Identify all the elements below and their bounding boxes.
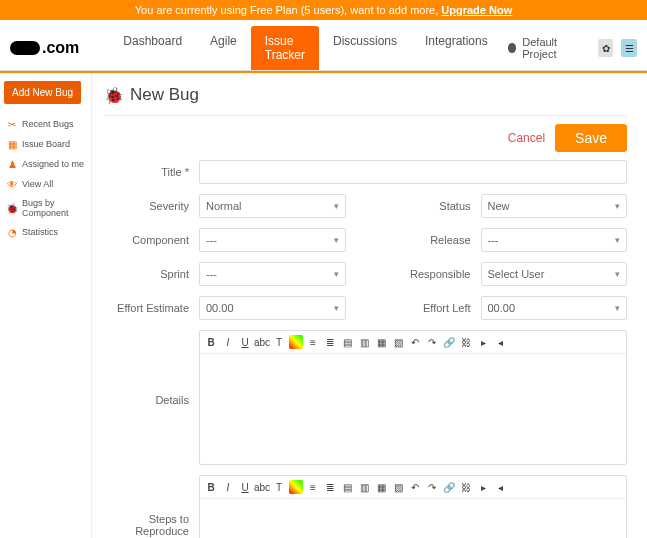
unlink-icon[interactable]: ⛓ [459, 335, 473, 349]
severity-label: Severity [104, 200, 199, 212]
bold-icon[interactable]: B [204, 335, 218, 349]
severity-value: Normal [206, 200, 241, 212]
nav-agile[interactable]: Agile [196, 26, 251, 70]
eye-icon: 👁 [6, 178, 18, 190]
underline-icon[interactable]: U [238, 480, 252, 494]
strike-icon[interactable]: abc [255, 335, 269, 349]
status-value: New [488, 200, 510, 212]
page-title: 🐞 New Bug [104, 85, 627, 105]
link-icon[interactable]: 🔗 [442, 335, 456, 349]
responsible-label: Responsible [386, 268, 481, 280]
responsible-select[interactable]: Select User [481, 262, 628, 286]
italic-icon[interactable]: I [221, 335, 235, 349]
sidebar-item-viewall[interactable]: 👁View All [4, 174, 87, 194]
steps-label: Steps to Reproduce [104, 509, 199, 537]
sidebar-label-board: Issue Board [22, 139, 70, 149]
bullet-list-icon[interactable]: ≡ [306, 335, 320, 349]
details-textarea[interactable] [200, 354, 626, 464]
bullet-list-icon[interactable]: ≡ [306, 480, 320, 494]
indent-icon[interactable]: ▸ [476, 335, 490, 349]
outdent-icon[interactable]: ◂ [493, 480, 507, 494]
release-label: Release [386, 234, 481, 246]
bgcolor-icon[interactable] [289, 480, 303, 494]
bgcolor-icon[interactable] [289, 335, 303, 349]
effort-left-value: 00.00 [488, 302, 516, 314]
align-center-icon[interactable]: ▥ [357, 480, 371, 494]
link-icon[interactable]: 🔗 [442, 480, 456, 494]
user-icon[interactable]: ☰ [621, 39, 637, 57]
bold-icon[interactable]: B [204, 480, 218, 494]
upgrade-link[interactable]: Upgrade Now [441, 4, 512, 16]
steps-editor: B I U abc T ≡ ≣ ▤ ▥ ▦ ▧ ↶ ↷ 🔗 [199, 475, 627, 538]
details-editor: B I U abc T ≡ ≣ ▤ ▥ ▦ ▧ ↶ ↷ 🔗 [199, 330, 627, 465]
indent-icon[interactable]: ▸ [476, 480, 490, 494]
align-justify-icon[interactable]: ▧ [391, 335, 405, 349]
underline-icon[interactable]: U [238, 335, 252, 349]
add-new-bug-button[interactable]: Add New Bug [4, 81, 81, 104]
align-justify-icon[interactable]: ▧ [391, 480, 405, 494]
main-layout: Add New Bug ✂Recent Bugs ▦Issue Board ♟A… [0, 73, 647, 538]
unlink-icon[interactable]: ⛓ [459, 480, 473, 494]
nav-dashboard[interactable]: Dashboard [109, 26, 196, 70]
sidebar-label-stats: Statistics [22, 227, 58, 237]
logo-suffix: .com [42, 39, 79, 57]
status-select[interactable]: New [481, 194, 628, 218]
sidebar-item-board[interactable]: ▦Issue Board [4, 134, 87, 154]
project-selector[interactable]: Default Project [502, 34, 590, 62]
board-icon: ▦ [6, 138, 18, 150]
component-select[interactable]: --- [199, 228, 346, 252]
project-name: Default Project [522, 36, 584, 60]
release-select[interactable]: --- [481, 228, 628, 252]
undo-icon[interactable]: ↶ [408, 335, 422, 349]
cancel-button[interactable]: Cancel [508, 131, 545, 145]
sidebar-item-stats[interactable]: ◔Statistics [4, 222, 87, 242]
nav-discussions[interactable]: Discussions [319, 26, 411, 70]
outdent-icon[interactable]: ◂ [493, 335, 507, 349]
align-center-icon[interactable]: ▥ [357, 335, 371, 349]
effort-est-select[interactable]: 00.00 [199, 296, 346, 320]
redo-icon[interactable]: ↷ [425, 335, 439, 349]
effort-left-select[interactable]: 00.00 [481, 296, 628, 320]
nav-integrations[interactable]: Integrations [411, 26, 502, 70]
redo-icon[interactable]: ↷ [425, 480, 439, 494]
title-label: Title * [104, 166, 199, 178]
sprint-label: Sprint [104, 268, 199, 280]
settings-icon[interactable]: ✿ [598, 39, 614, 57]
content-area: 🐞 New Bug Cancel Save Title * Severity N… [92, 73, 647, 538]
responsible-value: Select User [488, 268, 545, 280]
number-list-icon[interactable]: ≣ [323, 480, 337, 494]
steps-textarea[interactable] [200, 499, 626, 538]
textcolor-icon[interactable]: T [272, 335, 286, 349]
details-toolbar: B I U abc T ≡ ≣ ▤ ▥ ▦ ▧ ↶ ↷ 🔗 [200, 331, 626, 354]
nav-issue-tracker[interactable]: Issue Tracker [251, 26, 319, 70]
title-input[interactable] [199, 160, 627, 184]
sidebar-label-viewall: View All [22, 179, 53, 189]
form-actions: Cancel Save [104, 124, 627, 152]
logo[interactable]: .com [10, 39, 79, 57]
user-icon: ♟ [6, 158, 18, 170]
sidebar-label-component: Bugs by Component [22, 198, 85, 218]
bug-icon: 🐞 [6, 202, 18, 214]
sidebar-item-recent[interactable]: ✂Recent Bugs [4, 114, 87, 134]
status-label: Status [386, 200, 481, 212]
main-nav: Dashboard Agile Issue Tracker Discussion… [109, 26, 501, 70]
sidebar-item-component[interactable]: 🐞Bugs by Component [4, 194, 87, 222]
align-right-icon[interactable]: ▦ [374, 480, 388, 494]
align-left-icon[interactable]: ▤ [340, 480, 354, 494]
effort-est-label: Effort Estimate [104, 302, 199, 314]
sprint-select[interactable]: --- [199, 262, 346, 286]
number-list-icon[interactable]: ≣ [323, 335, 337, 349]
italic-icon[interactable]: I [221, 480, 235, 494]
strike-icon[interactable]: abc [255, 480, 269, 494]
upgrade-banner: You are currently using Free Plan (5 use… [0, 0, 647, 20]
title-divider [104, 115, 627, 116]
align-left-icon[interactable]: ▤ [340, 335, 354, 349]
undo-icon[interactable]: ↶ [408, 480, 422, 494]
severity-select[interactable]: Normal [199, 194, 346, 218]
bug-icon: 🐞 [104, 86, 124, 105]
save-button[interactable]: Save [555, 124, 627, 152]
sidebar-label-assigned: Assigned to me [22, 159, 84, 169]
textcolor-icon[interactable]: T [272, 480, 286, 494]
sidebar-item-assigned[interactable]: ♟Assigned to me [4, 154, 87, 174]
align-right-icon[interactable]: ▦ [374, 335, 388, 349]
